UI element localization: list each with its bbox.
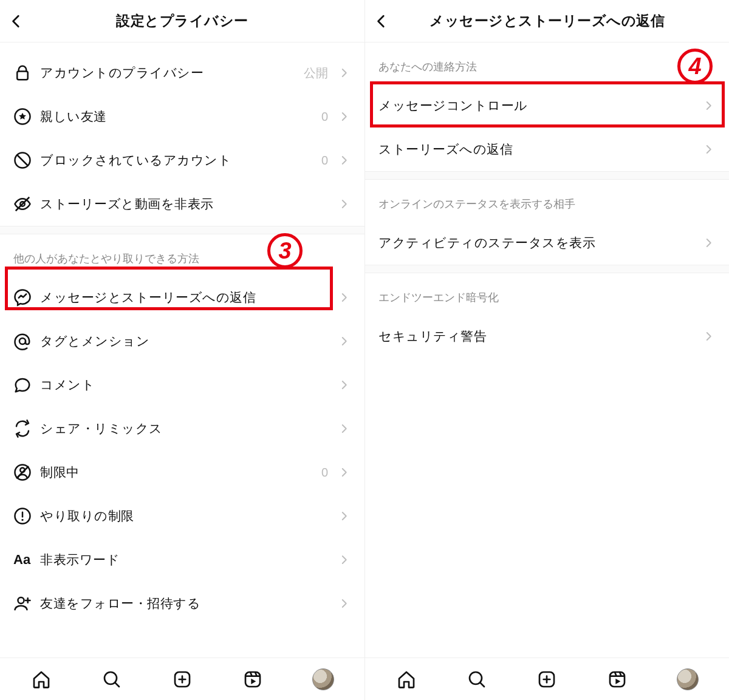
row-label: メッセージとストーリーズへの返信 <box>40 289 337 306</box>
home-icon <box>32 670 51 689</box>
chevron-right-icon <box>701 237 716 248</box>
row-comments[interactable]: コメント <box>0 363 364 407</box>
svg-point-12 <box>21 519 23 521</box>
section-gap <box>365 265 729 273</box>
alert-circle-icon <box>13 507 40 525</box>
tab-create[interactable] <box>169 666 196 693</box>
row-messages-replies[interactable]: メッセージとストーリーズへの返信 <box>0 276 364 319</box>
callout-number: 3 <box>278 238 291 264</box>
row-value: 0 <box>321 154 328 168</box>
tabbar-right <box>365 658 729 700</box>
tab-home[interactable] <box>393 666 420 693</box>
svg-line-26 <box>480 682 484 687</box>
page-title: メッセージとストーリーズへの返信 <box>398 12 696 30</box>
row-label: アカウントのプライバシー <box>40 64 304 81</box>
row-hidden-words[interactable]: Aa 非表示ワード <box>0 538 364 582</box>
tabbar-left <box>0 658 364 700</box>
chevron-right-icon <box>337 467 351 478</box>
home-icon <box>397 670 416 689</box>
row-story-replies[interactable]: ストーリーズへの返信 <box>365 127 729 171</box>
svg-rect-0 <box>17 72 28 80</box>
chevron-right-icon <box>337 155 351 166</box>
row-message-control[interactable]: メッセージコントロール <box>365 84 729 127</box>
plus-square-icon <box>537 670 556 689</box>
row-value: 0 <box>321 466 328 480</box>
tab-reels[interactable] <box>604 666 631 693</box>
chevron-right-icon <box>701 144 716 155</box>
tab-profile[interactable] <box>674 666 701 693</box>
eye-off-icon <box>13 195 40 213</box>
chevron-right-icon <box>337 379 351 390</box>
tab-profile[interactable] <box>310 666 337 693</box>
tab-search[interactable] <box>98 666 125 693</box>
section-header-e2e: エンドツーエンド暗号化 <box>365 273 729 314</box>
section-header-interactions: 他の人があなたとやり取りできる方法 <box>0 234 364 276</box>
row-label: 親しい友達 <box>40 108 321 125</box>
chevron-right-icon <box>701 100 716 111</box>
row-blocked[interactable]: ブロックされているアカウント 0 <box>0 138 364 182</box>
tab-create[interactable] <box>533 666 560 693</box>
lock-icon <box>13 64 40 82</box>
row-label: 非表示ワード <box>40 551 337 568</box>
search-icon <box>102 670 122 689</box>
svg-line-17 <box>115 682 119 687</box>
section-gap <box>0 226 364 234</box>
reels-icon <box>243 670 262 689</box>
row-follow-invite[interactable]: 友達をフォロー・招待する <box>0 582 364 625</box>
restricted-icon <box>13 463 40 481</box>
panel-messages-replies: メッセージとストーリーズへの返信 あなたへの連絡方法 メッセージコントロール ス… <box>364 0 729 700</box>
chevron-right-icon <box>337 554 351 565</box>
chevron-right-icon <box>337 336 351 347</box>
row-activity-status[interactable]: アクティビティのステータスを表示 <box>365 221 729 265</box>
row-label: メッセージコントロール <box>378 97 701 114</box>
row-tags-mentions[interactable]: タグとメンション <box>0 319 364 363</box>
svg-point-13 <box>18 597 24 603</box>
reels-icon <box>608 670 627 689</box>
page-title: 設定とプライバシー <box>33 12 332 30</box>
row-share-remix[interactable]: シェア・リミックス <box>0 407 364 450</box>
section-gap <box>365 171 729 180</box>
row-label: アクティビティのステータスを表示 <box>378 234 701 251</box>
row-label: ブロックされているアカウント <box>40 152 321 169</box>
row-value: 0 <box>321 110 328 124</box>
tab-home[interactable] <box>28 666 55 693</box>
row-restricted[interactable]: 制限中 0 <box>0 450 364 494</box>
row-label: やり取りの制限 <box>40 508 337 525</box>
at-icon <box>13 332 40 350</box>
callout-number: 4 <box>688 53 701 80</box>
tab-search[interactable] <box>464 666 490 693</box>
search-icon <box>467 670 487 689</box>
section-header-contact: あなたへの連絡方法 <box>365 42 729 84</box>
avatar-icon <box>312 668 334 690</box>
row-label: セキュリティ警告 <box>378 328 701 345</box>
row-account-privacy[interactable]: アカウントのプライバシー 公開 <box>0 51 364 95</box>
tab-reels[interactable] <box>239 666 266 693</box>
svg-line-3 <box>17 155 28 166</box>
row-value: 公開 <box>304 65 328 81</box>
chevron-left-icon <box>374 13 389 29</box>
content-right: あなたへの連絡方法 メッセージコントロール ストーリーズへの返信 オンラインのス… <box>365 42 729 658</box>
row-security-alert[interactable]: セキュリティ警告 <box>365 314 729 358</box>
chevron-right-icon <box>337 511 351 522</box>
row-label: シェア・リミックス <box>40 420 337 437</box>
row-interaction-limits[interactable]: やり取りの制限 <box>0 494 364 538</box>
chevron-right-icon <box>337 292 351 303</box>
person-add-icon <box>13 594 40 613</box>
row-label: ストーリーズへの返信 <box>378 141 701 158</box>
chevron-left-icon <box>9 13 24 29</box>
chevron-right-icon <box>337 67 351 78</box>
chevron-right-icon <box>337 598 351 609</box>
back-button[interactable] <box>9 13 33 29</box>
row-close-friends[interactable]: 親しい友達 0 <box>0 95 364 138</box>
comment-icon <box>13 376 40 394</box>
star-circle-icon <box>13 107 40 126</box>
row-label: ストーリーズと動画を非表示 <box>40 195 337 212</box>
ban-icon <box>13 151 40 169</box>
svg-point-6 <box>19 338 26 344</box>
avatar-icon <box>677 668 699 690</box>
back-button[interactable] <box>374 13 398 29</box>
chevron-right-icon <box>337 111 351 122</box>
row-hide-stories[interactable]: ストーリーズと動画を非表示 <box>0 182 364 226</box>
chevron-right-icon <box>337 199 351 209</box>
remix-icon <box>13 420 40 438</box>
